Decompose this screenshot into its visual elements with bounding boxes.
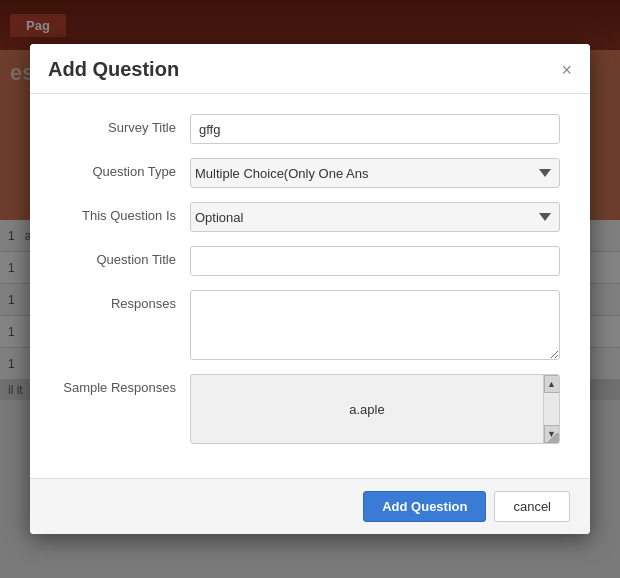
scroll-up-button[interactable]: ▲ xyxy=(544,375,560,393)
survey-title-label: Survey Title xyxy=(60,114,190,135)
add-question-modal: Add Question × Survey Title Question Typ… xyxy=(30,44,590,534)
this-question-label: This Question Is xyxy=(60,202,190,223)
question-type-row: Question Type Multiple Choice(Only One A… xyxy=(60,158,560,188)
responses-label: Responses xyxy=(60,290,190,311)
question-title-label: Question Title xyxy=(60,246,190,267)
close-button[interactable]: × xyxy=(561,61,572,79)
modal-backdrop: Add Question × Survey Title Question Typ… xyxy=(0,0,620,578)
scroll-track xyxy=(544,393,559,425)
sample-responses-box: a.aple ▲ ▼ xyxy=(190,374,560,444)
responses-textarea[interactable] xyxy=(190,290,560,360)
responses-row: Responses xyxy=(60,290,560,360)
modal-title: Add Question xyxy=(48,58,179,81)
resize-handle[interactable] xyxy=(543,433,559,443)
this-question-row: This Question Is Optional Required xyxy=(60,202,560,232)
add-question-button[interactable]: Add Question xyxy=(363,491,486,522)
question-type-select[interactable]: Multiple Choice(Only One Ans Multiple Ch… xyxy=(190,158,560,188)
survey-title-input[interactable] xyxy=(190,114,560,144)
modal-footer: Add Question cancel xyxy=(30,478,590,534)
question-title-row: Question Title xyxy=(60,246,560,276)
modal-header: Add Question × xyxy=(30,44,590,94)
modal-body: Survey Title Question Type Multiple Choi… xyxy=(30,94,590,478)
sample-responses-text: a.aple xyxy=(349,402,384,417)
sample-responses-row: Sample Responses a.aple ▲ ▼ xyxy=(60,374,560,444)
sample-responses-label: Sample Responses xyxy=(60,374,190,395)
question-title-input[interactable] xyxy=(190,246,560,276)
question-type-label: Question Type xyxy=(60,158,190,179)
this-question-select[interactable]: Optional Required xyxy=(190,202,560,232)
cancel-button[interactable]: cancel xyxy=(494,491,570,522)
survey-title-row: Survey Title xyxy=(60,114,560,144)
